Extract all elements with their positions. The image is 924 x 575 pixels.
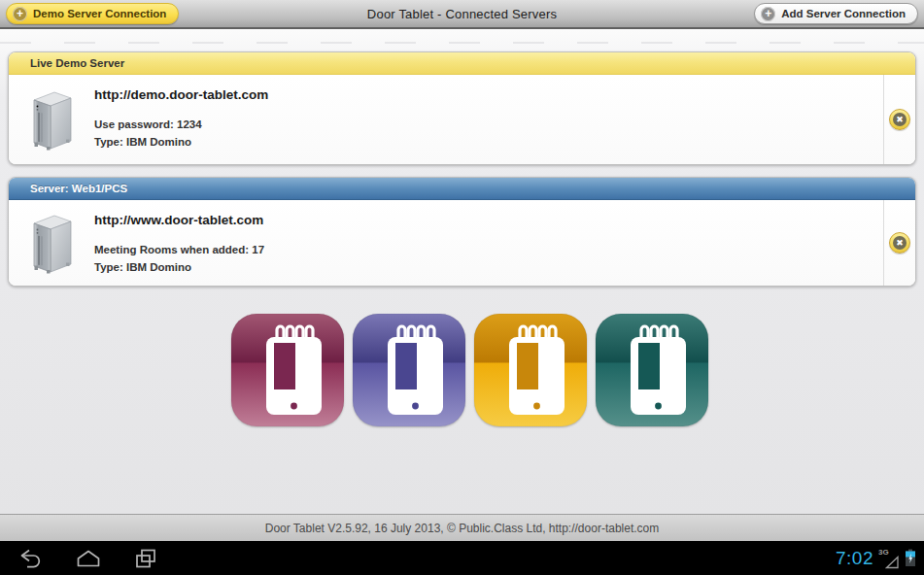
remove-server-button[interactable]: ✖ [889,232,910,254]
demo-server-connection-button[interactable]: + Demo Server Connection [6,3,179,24]
server-card-header-label: Live Demo Server [30,57,124,69]
add-server-connection-button[interactable]: + Add Server Connection [754,3,918,24]
remove-server-button[interactable]: ✖ [889,109,910,130]
app-screen: + Demo Server Connection Door Tablet - C… [0,0,924,575]
close-icon: ✖ [893,113,907,126]
server-card-header-label: Server: Web1/PCS [30,183,127,194]
server-card-body[interactable]: http://www.door-tablet.com Meeting Rooms… [9,200,915,286]
server-card-header: Server: Web1/PCS [9,178,915,200]
server-info-line: Use password: 1234 [94,116,883,133]
plus-icon: + [13,7,27,21]
app-icons-row [8,314,924,426]
server-card-live-demo: Live Demo Server [8,51,916,165]
action-bar: + Demo Server Connection Door Tablet - C… [0,0,924,29]
signal-3g-icon: 3G [878,548,900,569]
server-tower-icon [9,200,94,286]
status-cluster: 7:02 3G [836,541,916,575]
door-tablet-icon-purple [353,314,465,426]
footer-version-text: Door Tablet V2.5.92, 16 July 2013, © Pub… [265,522,660,535]
battery-charging-icon [905,549,916,567]
server-info-line: Type: IBM Domino [94,133,883,151]
server-url: http://demo.door-tablet.com [94,87,883,102]
footer-bar: Door Tablet V2.5.92, 16 July 2013, © Pub… [0,514,924,541]
server-url: http://www.door-tablet.com [94,213,883,227]
content-area: Live Demo Server [0,29,924,514]
server-tower-icon [9,75,94,164]
server-info-line: Type: IBM Domino [94,258,883,276]
server-card-web1-pcs: Server: Web1/PCS [8,177,916,287]
recent-apps-icon[interactable] [134,548,157,569]
server-details: http://demo.door-tablet.com Use password… [94,75,883,164]
server-info-line: Meeting Rooms when added: 17 [94,241,883,258]
page-title: Door Tablet - Connected Servers [367,7,557,21]
close-column: ✖ [883,200,915,286]
android-navigation-bar: 7:02 3G [0,541,924,575]
clock: 7:02 [836,548,873,569]
back-icon[interactable] [17,547,43,570]
add-server-connection-label: Add Server Connection [781,8,906,19]
home-icon[interactable] [76,549,101,568]
close-column: ✖ [883,75,915,164]
dashed-divider [0,42,924,44]
door-tablet-icon-teal [596,314,708,426]
demo-server-connection-label: Demo Server Connection [33,8,166,19]
server-card-body[interactable]: http://demo.door-tablet.com Use password… [9,75,915,164]
server-card-header: Live Demo Server [9,52,915,75]
plus-icon: + [761,7,775,21]
server-details: http://www.door-tablet.com Meeting Rooms… [94,200,883,286]
close-icon: ✖ [893,236,907,250]
door-tablet-icon-berry [231,314,344,426]
door-tablet-icon-amber [474,314,587,426]
